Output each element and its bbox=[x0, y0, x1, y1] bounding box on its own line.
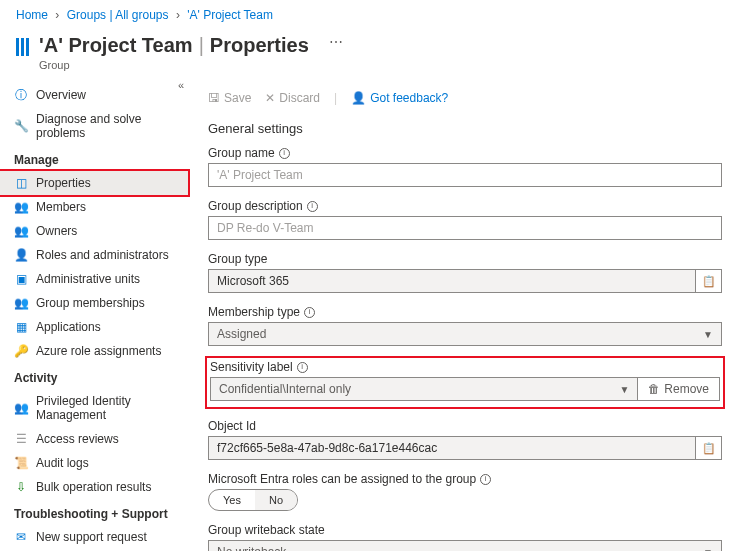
info-icon[interactable]: i bbox=[297, 362, 308, 373]
group-icon bbox=[16, 38, 29, 56]
bulk-op-icon: ⇩ bbox=[14, 480, 28, 494]
key-icon: 🔑 bbox=[14, 344, 28, 358]
group-type-label: Group type bbox=[208, 252, 267, 266]
nav-roles[interactable]: 👤 Roles and administrators bbox=[0, 243, 192, 267]
owners-icon: 👥 bbox=[14, 224, 28, 238]
nav-diagnose[interactable]: 🔧 Diagnose and solve problems bbox=[0, 107, 192, 145]
save-button: 🖫 Save bbox=[208, 91, 251, 105]
roles-icon: 👤 bbox=[14, 248, 28, 262]
collapse-sidebar-button[interactable]: « bbox=[178, 79, 184, 91]
nav-section-troubleshoot: Troubleshooting + Support bbox=[0, 499, 192, 525]
info-icon[interactable]: i bbox=[480, 474, 491, 485]
copy-object-id-button[interactable]: 📋 bbox=[696, 436, 722, 460]
copy-icon: 📋 bbox=[702, 275, 716, 288]
group-name-label: Group name bbox=[208, 146, 275, 160]
nav-members[interactable]: 👥 Members bbox=[0, 195, 192, 219]
access-reviews-icon: ☰ bbox=[14, 432, 28, 446]
page-subtitle: Group bbox=[39, 59, 309, 71]
entra-roles-toggle[interactable]: Yes No bbox=[208, 489, 298, 511]
nav-new-support[interactable]: ✉ New support request bbox=[0, 525, 192, 549]
remove-sensitivity-button[interactable]: 🗑 Remove bbox=[638, 377, 720, 401]
toolbar: 🖫 Save ✕ Discard | 👤 Got feedback? bbox=[208, 87, 722, 115]
toggle-no: No bbox=[255, 490, 297, 510]
nav-applications[interactable]: ▦ Applications bbox=[0, 315, 192, 339]
entra-roles-label: Microsoft Entra roles can be assigned to… bbox=[208, 472, 476, 486]
membership-label: Membership type bbox=[208, 305, 300, 319]
save-icon: 🖫 bbox=[208, 91, 220, 105]
wrench-icon: 🔧 bbox=[14, 119, 28, 133]
nav-overview[interactable]: ⓘ Overview bbox=[0, 83, 192, 107]
chevron-right-icon: › bbox=[55, 8, 59, 22]
info-icon[interactable]: i bbox=[304, 307, 315, 318]
feedback-link[interactable]: 👤 Got feedback? bbox=[351, 91, 448, 105]
sensitivity-label: Sensitivity label bbox=[210, 360, 293, 374]
divider: | bbox=[334, 91, 337, 105]
nav-pim[interactable]: 👥 Privileged Identity Management bbox=[0, 389, 192, 427]
group-memberships-icon: 👥 bbox=[14, 296, 28, 310]
members-icon: 👥 bbox=[14, 200, 28, 214]
toggle-yes: Yes bbox=[209, 490, 255, 510]
sensitivity-select[interactable]: Confidential\Internal only ▼ bbox=[210, 377, 638, 401]
chevron-down-icon: ▼ bbox=[619, 384, 629, 395]
writeback-label: Group writeback state bbox=[208, 523, 325, 537]
nav-owners[interactable]: 👥 Owners bbox=[0, 219, 192, 243]
section-title: General settings bbox=[208, 121, 722, 136]
breadcrumb: Home › Groups | All groups › 'A' Project… bbox=[0, 0, 738, 30]
object-id-input bbox=[208, 436, 696, 460]
chevron-right-icon: › bbox=[176, 8, 180, 22]
applications-icon: ▦ bbox=[14, 320, 28, 334]
page-title: 'A' Project Team|Properties bbox=[39, 34, 309, 57]
copy-icon: 📋 bbox=[702, 442, 716, 455]
object-id-label: Object Id bbox=[208, 419, 256, 433]
nav-access-reviews[interactable]: ☰ Access reviews bbox=[0, 427, 192, 451]
nav-audit-logs[interactable]: 📜 Audit logs bbox=[0, 451, 192, 475]
nav-admin-units[interactable]: ▣ Administrative units bbox=[0, 267, 192, 291]
sidebar: « ⓘ Overview 🔧 Diagnose and solve proble… bbox=[0, 79, 192, 551]
nav-section-manage: Manage bbox=[0, 145, 192, 171]
breadcrumb-groups[interactable]: Groups | All groups bbox=[67, 8, 169, 22]
nav-properties[interactable]: ◫ Properties bbox=[0, 171, 188, 195]
chevron-down-icon: ▼ bbox=[703, 329, 713, 340]
breadcrumb-current[interactable]: 'A' Project Team bbox=[187, 8, 273, 22]
page-header: 'A' Project Team|Properties Group ⋯ bbox=[0, 30, 738, 79]
content-panel: 🖫 Save ✕ Discard | 👤 Got feedback? Gener… bbox=[192, 79, 738, 551]
nav-azure-role[interactable]: 🔑 Azure role assignments bbox=[0, 339, 192, 363]
info-icon: ⓘ bbox=[14, 88, 28, 102]
discard-icon: ✕ bbox=[265, 91, 275, 105]
discard-button: ✕ Discard bbox=[265, 91, 320, 105]
feedback-icon: 👤 bbox=[351, 91, 366, 105]
info-icon[interactable]: i bbox=[279, 148, 290, 159]
properties-icon: ◫ bbox=[14, 176, 28, 190]
admin-units-icon: ▣ bbox=[14, 272, 28, 286]
support-icon: ✉ bbox=[14, 530, 28, 544]
group-type-input bbox=[208, 269, 696, 293]
group-name-input[interactable] bbox=[208, 163, 722, 187]
more-menu-button[interactable]: ⋯ bbox=[329, 34, 343, 50]
group-desc-label: Group description bbox=[208, 199, 303, 213]
writeback-select[interactable]: No writeback ▼ bbox=[208, 540, 722, 551]
nav-section-activity: Activity bbox=[0, 363, 192, 389]
copy-group-type-button[interactable]: 📋 bbox=[696, 269, 722, 293]
group-desc-input[interactable] bbox=[208, 216, 722, 240]
chevron-down-icon: ▼ bbox=[703, 547, 713, 552]
trash-icon: 🗑 bbox=[648, 382, 660, 396]
nav-group-memberships[interactable]: 👥 Group memberships bbox=[0, 291, 192, 315]
membership-select[interactable]: Assigned ▼ bbox=[208, 322, 722, 346]
breadcrumb-home[interactable]: Home bbox=[16, 8, 48, 22]
nav-bulk-op[interactable]: ⇩ Bulk operation results bbox=[0, 475, 192, 499]
info-icon[interactable]: i bbox=[307, 201, 318, 212]
pim-icon: 👥 bbox=[14, 401, 28, 415]
audit-logs-icon: 📜 bbox=[14, 456, 28, 470]
